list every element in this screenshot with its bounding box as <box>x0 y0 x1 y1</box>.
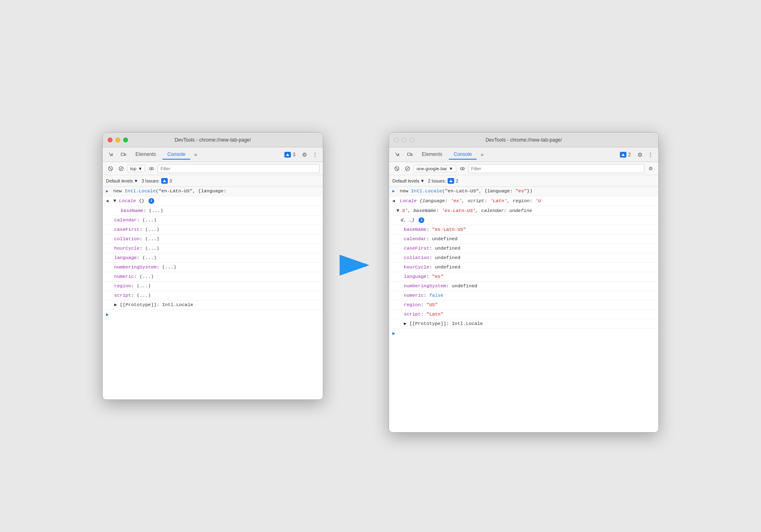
console-prompt-2[interactable]: ▶ <box>389 329 658 338</box>
prop-basename-1: baseName: (...) <box>109 206 323 216</box>
clear-console-button-2[interactable] <box>392 164 401 173</box>
close-button-2[interactable] <box>394 138 399 142</box>
window-buttons-1 <box>108 138 128 142</box>
settings-icon-2[interactable]: ⚙ <box>636 150 644 160</box>
prop-val-region-2: region: "US" <box>389 300 658 310</box>
prop-numberingsystem-1: numberingSystem: (...) <box>103 263 323 272</box>
prop-val-language-2: language: "es" <box>389 272 658 282</box>
filter-button-1[interactable] <box>117 164 126 173</box>
svg-line-5 <box>120 167 122 169</box>
prop-hourcycle-1: hourCycle: (...) <box>103 244 323 253</box>
titlebar-2: DevTools - chrome://new-tab-page/ <box>389 133 658 147</box>
tabs-1: Elements Console » 3 ⚙ ⋮ <box>103 147 323 162</box>
prop-val-numberingsystem-2: numberingSystem: undefined <box>389 282 658 291</box>
device-toolbar-button-1[interactable] <box>118 149 129 160</box>
svg-rect-11 <box>411 154 412 156</box>
levels-chevron-1: ▼ <box>134 178 138 183</box>
context-value-2: one-google-bar <box>417 166 447 171</box>
svg-rect-1 <box>125 154 126 156</box>
minimize-button-1[interactable] <box>115 138 120 142</box>
prop-val-basename-2: baseName: "es-Latn-US" <box>389 225 658 234</box>
prop-region-1: region: (...) <box>103 282 323 291</box>
issues-tab-button-1[interactable]: 3 <box>281 151 299 159</box>
input-content-2: new Intl.Locale("en-Latn-US", {language:… <box>400 187 655 195</box>
context-dropdown-icon-2: ▼ <box>449 166 453 171</box>
prop-numeric-1: numeric: (...) <box>103 272 323 282</box>
tab-more-2[interactable]: » <box>478 150 486 159</box>
maximize-button-1[interactable] <box>123 138 128 142</box>
svg-line-3 <box>109 167 112 170</box>
close-button-1[interactable] <box>108 138 113 142</box>
tab-elements-2[interactable]: Elements <box>417 150 447 160</box>
issues-badge-small-2 <box>448 178 454 184</box>
input-content-1: new Intl.Locale("en-Latn-US", {language: <box>113 187 320 195</box>
titlebar-1: DevTools - chrome://new-tab-page/ <box>103 133 323 147</box>
inspect-element-button-2[interactable] <box>392 149 403 160</box>
context-selector-2[interactable]: one-google-bar ▼ <box>414 165 456 172</box>
console-prompt-1[interactable]: ▶ <box>103 310 323 319</box>
svg-rect-10 <box>408 153 411 156</box>
levels-chevron-2: ▼ <box>420 178 425 183</box>
settings-icon-1[interactable]: ⚙ <box>300 150 309 160</box>
tabs-2: Elements Console » 2 ⚙ ⋮ <box>389 147 658 162</box>
inspect-element-button-1[interactable] <box>106 149 117 160</box>
console-output-obj-line2: ▼ S', baseName: 'es-Latn-US', calendar: … <box>389 206 658 216</box>
tab-elements-1[interactable]: Elements <box>131 150 161 160</box>
clear-console-button-1[interactable] <box>106 164 115 173</box>
issues-bar-2: Default levels ▼ 2 Issues: 2 <box>389 175 658 187</box>
console-toolbar-1: top ▼ <box>103 162 323 175</box>
issues-tab-button-2[interactable]: 2 <box>617 151 634 159</box>
issues-bar-1: Default levels ▼ 3 Issues: 3 <box>103 175 323 187</box>
prop-val-calendar-2: calendar: undefined <box>389 234 658 244</box>
svg-point-17 <box>462 168 463 169</box>
svg-rect-0 <box>121 153 124 156</box>
console-input-line-1: ▶ new Intl.Locale("en-Latn-US", {languag… <box>103 187 323 196</box>
more-options-icon-1[interactable]: ⋮ <box>311 150 320 160</box>
tab-console-1[interactable]: Console <box>162 150 190 160</box>
console-output-expand-1: ◀ ▼ Locale {} i <box>103 196 323 206</box>
devtools-window-1: DevTools - chrome://new-tab-page/ Elemen… <box>102 132 323 400</box>
device-toolbar-button-2[interactable] <box>405 149 415 160</box>
output-icon-1: ◀ <box>106 197 112 205</box>
issues-count-1: 3 Issues: 3 <box>142 178 172 184</box>
filter-input-1[interactable] <box>158 164 320 173</box>
issues-count-2: 2 Issues: 2 <box>428 178 458 184</box>
eye-button-1[interactable] <box>147 164 156 173</box>
filter-input-2[interactable] <box>468 164 644 173</box>
scene: DevTools - chrome://new-tab-page/ Elemen… <box>102 99 659 433</box>
prop-collation-1: collation: (...) <box>103 234 323 244</box>
default-levels-1[interactable]: Default levels ▼ <box>106 178 138 183</box>
minimize-button-2[interactable] <box>402 138 407 142</box>
default-levels-2[interactable]: Default levels ▼ <box>392 178 425 183</box>
maximize-button-2[interactable] <box>410 138 414 142</box>
prop-casefirst-1: caseFirst: (...) <box>103 225 323 234</box>
arrow-indicator <box>340 255 372 277</box>
svg-point-7 <box>151 168 152 169</box>
issues-badge-small-1 <box>161 178 168 184</box>
proto-1: ▶ [[Prototype]]: Intl.Locale <box>103 300 323 310</box>
more-options-icon-2[interactable]: ⋮ <box>646 150 655 160</box>
filter-button-2[interactable] <box>403 164 412 173</box>
prop-val-casefirst-2: caseFirst: undefined <box>389 244 658 253</box>
input-icon-1: ▶ <box>106 187 112 195</box>
prop-val-hourcycle-2: hourCycle: undefined <box>389 263 658 272</box>
console-content-1: ▶ new Intl.Locale("en-Latn-US", {languag… <box>103 187 323 399</box>
window-buttons-2 <box>394 138 414 142</box>
tab-more-1[interactable]: » <box>192 150 200 159</box>
console-output-obj-line1: ◀ Locale {language: 'es', script: 'Latn'… <box>389 196 658 206</box>
info-badge-1: i <box>149 198 154 204</box>
svg-line-15 <box>407 167 409 169</box>
info-badge-2: i <box>419 217 424 223</box>
tab-console-2[interactable]: Console <box>449 150 477 160</box>
prop-language-1: language: (...) <box>103 253 323 263</box>
context-dropdown-icon-1: ▼ <box>138 166 142 171</box>
devtools-window-2: DevTools - chrome://new-tab-page/ Elemen… <box>389 132 659 433</box>
prop-val-numeric-2: numeric: false <box>389 291 658 300</box>
context-value-1: top <box>130 166 136 171</box>
issues-badge-icon-1 <box>284 152 291 158</box>
window-title-2: DevTools - chrome://new-tab-page/ <box>486 137 562 143</box>
context-selector-1[interactable]: top ▼ <box>127 165 145 172</box>
output-content-1: ▼ Locale {} i <box>113 197 320 205</box>
settings-console-button-2[interactable]: ⚙ <box>646 164 655 173</box>
eye-button-2[interactable] <box>458 164 467 173</box>
